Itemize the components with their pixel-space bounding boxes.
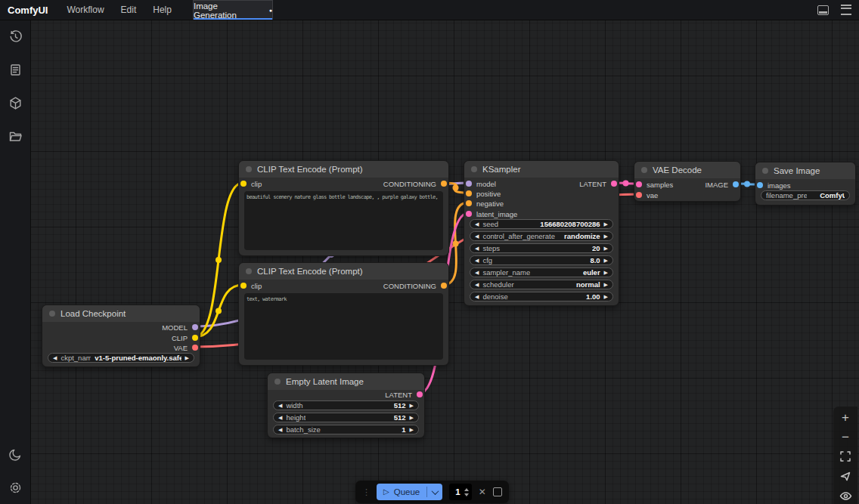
collapse-dot-icon[interactable] [274,379,281,385]
decrement-arrow-icon[interactable]: ◀ [475,246,479,251]
sidebar-item-theme-toggle[interactable] [0,438,30,471]
menu-help[interactable]: Help [144,5,180,15]
collapse-dot-icon[interactable] [471,166,477,172]
decrement-arrow-icon[interactable]: ◀ [278,427,282,432]
batch-count-input[interactable]: 1 [449,484,471,500]
clear-queue-button[interactable]: ✕ [479,487,486,497]
prompt-textarea[interactable]: beautiful scenery nature glass bottle la… [244,191,443,250]
port-dot-icon[interactable] [466,190,472,196]
port-clip[interactable]: clip [240,280,262,291]
port-clip[interactable]: clip [240,178,262,189]
interrupt-button[interactable] [493,487,502,496]
port-dot-icon[interactable] [192,324,198,330]
widget-cfg[interactable]: ◀cfg8.0▶ [470,255,613,265]
port-vae[interactable]: vae [636,190,658,200]
increment-arrow-icon[interactable]: ▶ [604,233,608,239]
node-header[interactable]: Save Image [755,162,855,179]
fit-view-button[interactable] [836,449,855,464]
node-header[interactable]: KSampler [464,161,619,178]
port-dot-icon[interactable] [192,335,198,341]
port-dot-icon[interactable] [240,181,247,187]
port-LATENT[interactable]: LATENT [579,178,617,189]
widget-batch_size[interactable]: ◀batch_size1▶ [273,425,419,434]
port-images[interactable]: images [757,180,791,190]
workflow-tab[interactable]: Image Generation ● [193,0,273,20]
increment-arrow-icon[interactable]: ▶ [604,294,608,299]
zoom-out-button[interactable]: − [836,429,855,444]
decrement-arrow-icon[interactable]: ◀ [278,403,282,408]
prompt-textarea[interactable]: text, watermark [244,293,443,360]
port-dot-icon[interactable] [733,181,739,187]
decrement-arrow-icon[interactable]: ◀ [475,270,479,275]
port-model[interactable]: model [466,178,496,189]
widget-control_after_generate[interactable]: ◀control_after_generaterandomize▶ [470,231,613,241]
decrement-arrow-icon[interactable]: ◀ [475,294,479,299]
bottom-panel-toggle-icon[interactable] [817,5,829,15]
increment-arrow-icon[interactable]: ▶ [185,355,189,360]
menu-workflow[interactable]: Workflow [58,5,112,15]
widget-seed[interactable]: ◀seed156680208700286▶ [470,219,613,229]
node-clip_encode_negative[interactable]: CLIP Text Encode (Prompt) clip CONDITION… [238,262,449,366]
batch-count-stepper[interactable] [464,488,469,496]
node-ksampler[interactable]: KSampler model positive negative latent_… [464,160,619,306]
node-save_image[interactable]: Save Image imagesfilename_prefixComfyUI [755,162,856,206]
node-header[interactable]: CLIP Text Encode (Prompt) [239,263,448,280]
port-LATENT[interactable]: LATENT [385,389,423,400]
node-vae_decode[interactable]: VAE Decode samples vae IMAGE [634,161,741,202]
port-latent_image[interactable]: latent_image [466,209,517,219]
port-dot-icon[interactable] [636,192,642,198]
sidebar-item-workflows-history[interactable] [0,20,30,53]
queue-options-dropdown[interactable] [426,487,442,497]
port-dot-icon[interactable] [466,211,472,217]
node-header[interactable]: CLIP Text Encode (Prompt) [239,161,448,178]
node-header[interactable]: Empty Latent Image [268,373,424,390]
widget-height[interactable]: ◀height512▶ [273,413,419,422]
widget-sampler_name[interactable]: ◀sampler_nameeuler▶ [470,267,613,277]
collapse-dot-icon[interactable] [246,166,252,172]
stepper-down-icon[interactable] [464,493,469,496]
menu-icon[interactable] [841,5,851,15]
increment-arrow-icon[interactable]: ▶ [604,258,608,263]
port-dot-icon[interactable] [757,182,763,188]
port-VAE[interactable]: VAE [174,342,198,353]
decrement-arrow-icon[interactable]: ◀ [278,415,282,420]
increment-arrow-icon[interactable]: ▶ [410,403,414,408]
increment-arrow-icon[interactable]: ▶ [410,415,414,420]
port-dot-icon[interactable] [611,181,617,187]
collapse-dot-icon[interactable] [49,311,55,317]
node-header[interactable]: Load Checkpoint [42,305,200,322]
port-dot-icon[interactable] [466,181,472,187]
increment-arrow-icon[interactable]: ▶ [604,246,608,251]
node-clip_encode_positive[interactable]: CLIP Text Encode (Prompt) clip CONDITION… [238,160,449,256]
sidebar-item-model-library[interactable] [0,86,30,119]
increment-arrow-icon[interactable]: ▶ [604,221,608,227]
port-negative[interactable]: negative [466,198,504,209]
port-CLIP[interactable]: CLIP [172,332,198,343]
widget-denoise[interactable]: ◀denoise1.00▶ [470,292,613,301]
increment-arrow-icon[interactable]: ▶ [410,427,414,432]
collapse-dot-icon[interactable] [246,268,252,274]
node-load_checkpoint[interactable]: Load Checkpoint MODEL CLIP VAE◀ckpt_name… [42,305,200,367]
decrement-arrow-icon[interactable]: ◀ [475,258,479,263]
menu-edit[interactable]: Edit [113,5,145,15]
port-dot-icon[interactable] [240,283,247,289]
decrement-arrow-icon[interactable]: ◀ [53,355,57,360]
port-CONDITIONING[interactable]: CONDITIONING [383,178,447,189]
increment-arrow-icon[interactable]: ▶ [604,270,608,275]
collapse-dot-icon[interactable] [762,168,768,174]
increment-arrow-icon[interactable]: ▶ [604,282,608,287]
zoom-in-button[interactable]: + [836,410,855,425]
port-dot-icon[interactable] [417,391,423,397]
widget-width[interactable]: ◀width512▶ [273,400,419,410]
widget-scheduler[interactable]: ◀schedulernormal▶ [470,280,613,289]
decrement-arrow-icon[interactable]: ◀ [475,221,479,227]
widget-ckpt_name[interactable]: ◀ckpt_namev1-5-pruned-emaonly.safete...▶ [48,353,194,363]
stepper-up-icon[interactable] [464,488,469,491]
widget-steps[interactable]: ◀steps20▶ [470,243,613,253]
port-samples[interactable]: samples [636,179,673,190]
sidebar-item-workflows-folder[interactable] [0,119,30,153]
node-empty_latent[interactable]: Empty Latent Image LATENT◀width512▶◀heig… [267,373,425,438]
sidebar-item-node-library[interactable] [0,53,30,86]
port-dot-icon[interactable] [466,200,472,206]
port-positive[interactable]: positive [466,188,501,199]
